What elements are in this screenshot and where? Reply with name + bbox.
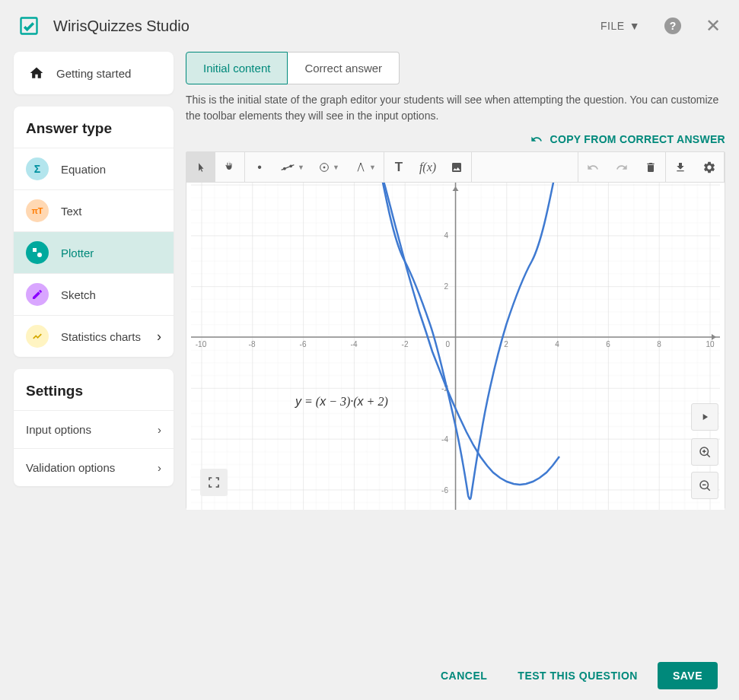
sidebar-item-label: Plotter xyxy=(61,247,161,259)
settings-header: Settings xyxy=(14,369,174,410)
sidebar-item-label: Statistics charts xyxy=(61,330,145,343)
delete-button[interactable] xyxy=(636,152,665,183)
download-button[interactable] xyxy=(666,152,695,183)
sidebar-item-plotter[interactable]: Plotter xyxy=(14,231,174,273)
tabs: Initial content Correct answer xyxy=(186,52,725,84)
tab-initial-content[interactable]: Initial content xyxy=(186,52,288,84)
image-tool[interactable] xyxy=(442,152,471,183)
svg-text:-10: -10 xyxy=(196,340,207,348)
chevron-right-icon: › xyxy=(158,423,161,436)
dropdown-icon: ▼ xyxy=(629,20,640,32)
svg-line-31 xyxy=(707,488,710,491)
copy-label: COPY FROM CORRECT ANSWER xyxy=(550,133,725,145)
footer: CANCEL TEST THIS QUESTION SAVE xyxy=(0,651,739,700)
circle-tool[interactable]: ▼ xyxy=(311,152,347,183)
svg-text:10: 10 xyxy=(706,340,715,348)
svg-text:4: 4 xyxy=(555,340,559,348)
svg-text:-4: -4 xyxy=(441,435,448,444)
svg-text:-6: -6 xyxy=(441,486,448,495)
sidebar-item-label: Equation xyxy=(61,163,161,176)
svg-text:-4: -4 xyxy=(351,340,358,348)
sidebar-item-validation-options[interactable]: Validation options › xyxy=(14,448,174,486)
svg-text:2: 2 xyxy=(504,340,508,348)
zoom-out-button[interactable] xyxy=(691,472,718,499)
input-options-label: Input options xyxy=(26,423,91,436)
sidebar-item-equation[interactable]: Σ Equation xyxy=(14,148,174,189)
svg-text:8: 8 xyxy=(657,340,661,348)
svg-point-7 xyxy=(323,167,325,168)
file-menu[interactable]: FILE ▼ xyxy=(600,20,640,32)
svg-text:-6: -6 xyxy=(300,340,307,348)
function-tool[interactable]: f(x) xyxy=(413,152,442,183)
graph-canvas[interactable]: -10 -8 -6 -4 -2 0 2 4 6 8 10 4 2 -2 -4 xyxy=(186,183,725,510)
sidebar-item-getting-started[interactable]: Getting started xyxy=(14,52,174,94)
pointer-tool[interactable] xyxy=(186,152,215,183)
sidebar-item-label: Text xyxy=(61,205,161,218)
line-tool[interactable]: ▼ xyxy=(274,152,311,183)
answer-type-card: Answer type Σ Equation πT Text Plotter xyxy=(14,107,174,357)
chevron-right-icon: › xyxy=(158,461,161,474)
text-icon: πT xyxy=(26,199,49,222)
tab-description: This is the initial state of the graph e… xyxy=(186,92,725,124)
svg-point-4 xyxy=(284,167,286,170)
svg-text:-8: -8 xyxy=(249,340,256,348)
fullscreen-button[interactable] xyxy=(200,469,228,496)
toolbar: • ▼ ▼ ▼ T f(x) xyxy=(186,152,725,183)
svg-text:0: 0 xyxy=(445,340,450,348)
app-title: WirisQuizzes Studio xyxy=(53,18,190,35)
svg-text:4: 4 xyxy=(444,231,448,240)
cancel-button[interactable]: CANCEL xyxy=(430,662,498,689)
getting-started-label: Getting started xyxy=(56,67,131,80)
svg-text:2: 2 xyxy=(444,282,448,291)
sidebar-item-statistics[interactable]: Statistics charts › xyxy=(14,315,174,357)
plot-svg: -10 -8 -6 -4 -2 0 2 4 6 8 10 4 2 -2 -4 xyxy=(186,183,725,510)
svg-line-27 xyxy=(707,454,710,457)
sidebar-item-sketch[interactable]: Sketch xyxy=(14,273,174,315)
tab-correct-answer[interactable]: Correct answer xyxy=(288,52,400,84)
sigma-icon: Σ xyxy=(26,158,49,180)
graph-editor: • ▼ ▼ ▼ T f(x) xyxy=(186,151,725,509)
compass-tool[interactable]: ▼ xyxy=(347,152,384,183)
test-question-button[interactable]: TEST THIS QUESTION xyxy=(507,662,648,689)
copy-from-correct-button[interactable]: COPY FROM CORRECT ANSWER xyxy=(186,133,725,145)
equation-label: y = (x − 3)·(x + 2) xyxy=(295,395,388,409)
save-button[interactable]: SAVE xyxy=(658,662,718,689)
home-icon xyxy=(29,65,44,81)
app-logo xyxy=(18,15,40,37)
svg-text:-2: -2 xyxy=(402,340,409,348)
app-header: WirisQuizzes Studio FILE ▼ ? ✕ xyxy=(0,0,739,52)
sidebar-item-text[interactable]: πT Text xyxy=(14,189,174,231)
sidebar: Getting started Answer type Σ Equation π… xyxy=(14,52,174,509)
svg-rect-1 xyxy=(33,248,37,252)
point-tool[interactable]: • xyxy=(245,152,274,183)
help-icon[interactable]: ? xyxy=(664,18,681,34)
play-button[interactable] xyxy=(691,403,718,431)
header-right: FILE ▼ ? ✕ xyxy=(600,15,721,37)
header-left: WirisQuizzes Studio xyxy=(18,15,190,37)
content-area: Initial content Correct answer This is t… xyxy=(186,52,739,509)
chart-icon xyxy=(26,325,49,348)
undo-icon xyxy=(529,133,544,145)
settings-card: Settings Input options › Validation opti… xyxy=(14,369,174,486)
zoom-in-button[interactable] xyxy=(691,438,718,466)
sidebar-item-input-options[interactable]: Input options › xyxy=(14,410,174,448)
chevron-right-icon: › xyxy=(157,329,161,345)
pencil-icon xyxy=(26,283,49,306)
plotter-icon xyxy=(26,241,49,264)
sidebar-item-label: Sketch xyxy=(61,288,161,301)
main: Getting started Answer type Σ Equation π… xyxy=(0,52,739,509)
undo-button[interactable] xyxy=(578,152,607,183)
getting-started-card: Getting started xyxy=(14,52,174,94)
answer-type-header: Answer type xyxy=(14,107,174,148)
settings-button[interactable] xyxy=(695,152,724,183)
svg-text:6: 6 xyxy=(606,340,610,348)
text-tool[interactable]: T xyxy=(384,152,413,183)
svg-point-2 xyxy=(37,253,42,257)
validation-options-label: Validation options xyxy=(26,461,115,474)
svg-point-5 xyxy=(290,165,292,167)
close-icon[interactable]: ✕ xyxy=(706,15,721,37)
redo-button[interactable] xyxy=(607,152,636,183)
file-menu-label: FILE xyxy=(600,20,625,32)
hand-tool[interactable] xyxy=(215,152,244,183)
zoom-controls xyxy=(691,438,718,499)
